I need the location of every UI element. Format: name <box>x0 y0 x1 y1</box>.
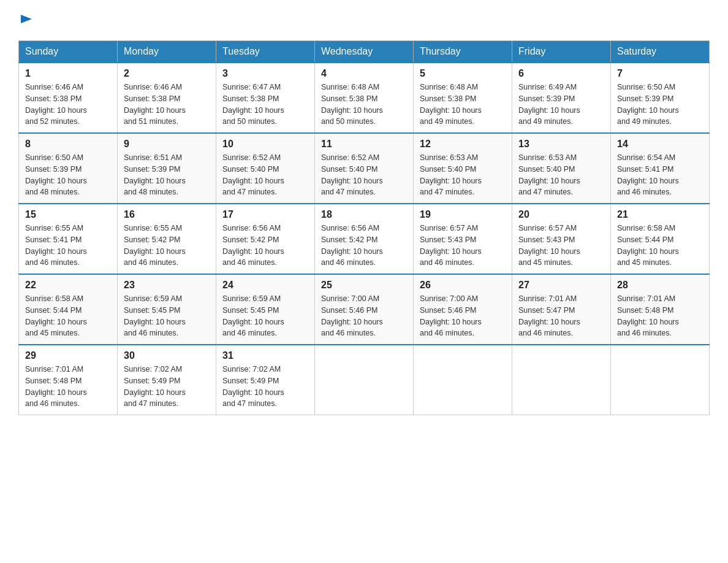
day-number: 16 <box>124 209 210 220</box>
day-number: 12 <box>420 139 506 150</box>
calendar-day-cell <box>512 345 611 415</box>
calendar-day-cell: 29 Sunrise: 7:01 AMSunset: 5:48 PMDaylig… <box>19 345 118 415</box>
calendar-day-cell: 14 Sunrise: 6:54 AMSunset: 5:41 PMDaylig… <box>611 133 710 204</box>
day-info: Sunrise: 6:47 AMSunset: 5:38 PMDaylight:… <box>222 82 308 128</box>
col-thursday: Thursday <box>414 41 512 63</box>
day-info: Sunrise: 6:56 AMSunset: 5:42 PMDaylight:… <box>222 223 308 269</box>
day-number: 5 <box>420 68 506 79</box>
day-number: 14 <box>617 139 703 150</box>
page-header <box>18 12 710 28</box>
day-number: 1 <box>25 68 111 79</box>
day-info: Sunrise: 6:52 AMSunset: 5:40 PMDaylight:… <box>222 152 308 198</box>
day-number: 11 <box>321 139 407 150</box>
col-wednesday: Wednesday <box>315 41 414 63</box>
logo <box>18 12 33 28</box>
calendar-week-row: 29 Sunrise: 7:01 AMSunset: 5:48 PMDaylig… <box>19 345 710 415</box>
day-info: Sunrise: 7:00 AMSunset: 5:46 PMDaylight:… <box>420 293 506 339</box>
calendar-day-cell <box>315 345 414 415</box>
col-sunday: Sunday <box>19 41 118 63</box>
day-number: 3 <box>222 68 308 79</box>
day-number: 25 <box>321 280 407 291</box>
day-info: Sunrise: 6:46 AMSunset: 5:38 PMDaylight:… <box>124 82 210 128</box>
calendar-day-cell: 16 Sunrise: 6:55 AMSunset: 5:42 PMDaylig… <box>118 204 216 274</box>
day-info: Sunrise: 6:48 AMSunset: 5:38 PMDaylight:… <box>420 82 506 128</box>
day-info: Sunrise: 6:57 AMSunset: 5:43 PMDaylight:… <box>518 223 604 269</box>
day-info: Sunrise: 6:50 AMSunset: 5:39 PMDaylight:… <box>25 152 111 198</box>
logo-triangle-icon <box>20 12 33 26</box>
day-info: Sunrise: 6:52 AMSunset: 5:40 PMDaylight:… <box>321 152 407 198</box>
calendar-day-cell <box>611 345 710 415</box>
day-info: Sunrise: 6:57 AMSunset: 5:43 PMDaylight:… <box>420 223 506 269</box>
day-info: Sunrise: 6:55 AMSunset: 5:42 PMDaylight:… <box>124 223 210 269</box>
col-monday: Monday <box>118 41 216 63</box>
calendar-day-cell: 26 Sunrise: 7:00 AMSunset: 5:46 PMDaylig… <box>414 274 512 345</box>
day-number: 4 <box>321 68 407 79</box>
day-info: Sunrise: 6:59 AMSunset: 5:45 PMDaylight:… <box>222 293 308 339</box>
calendar-day-cell: 22 Sunrise: 6:58 AMSunset: 5:44 PMDaylig… <box>19 274 118 345</box>
day-number: 17 <box>222 209 308 220</box>
calendar-day-cell: 5 Sunrise: 6:48 AMSunset: 5:38 PMDayligh… <box>414 63 512 133</box>
day-info: Sunrise: 7:00 AMSunset: 5:46 PMDaylight:… <box>321 293 407 339</box>
day-number: 21 <box>617 209 703 220</box>
day-number: 18 <box>321 209 407 220</box>
day-number: 15 <box>25 209 111 220</box>
calendar-day-cell: 12 Sunrise: 6:53 AMSunset: 5:40 PMDaylig… <box>414 133 512 204</box>
calendar-day-cell: 7 Sunrise: 6:50 AMSunset: 5:39 PMDayligh… <box>611 63 710 133</box>
day-info: Sunrise: 6:58 AMSunset: 5:44 PMDaylight:… <box>617 223 703 269</box>
calendar-day-cell: 27 Sunrise: 7:01 AMSunset: 5:47 PMDaylig… <box>512 274 611 345</box>
day-info: Sunrise: 6:51 AMSunset: 5:39 PMDaylight:… <box>124 152 210 198</box>
day-info: Sunrise: 7:02 AMSunset: 5:49 PMDaylight:… <box>124 364 210 410</box>
day-number: 9 <box>124 139 210 150</box>
day-info: Sunrise: 6:53 AMSunset: 5:40 PMDaylight:… <box>420 152 506 198</box>
calendar-day-cell: 24 Sunrise: 6:59 AMSunset: 5:45 PMDaylig… <box>216 274 315 345</box>
calendar-week-row: 22 Sunrise: 6:58 AMSunset: 5:44 PMDaylig… <box>19 274 710 345</box>
calendar-day-cell: 11 Sunrise: 6:52 AMSunset: 5:40 PMDaylig… <box>315 133 414 204</box>
day-info: Sunrise: 6:46 AMSunset: 5:38 PMDaylight:… <box>25 82 111 128</box>
col-friday: Friday <box>512 41 611 63</box>
day-info: Sunrise: 7:01 AMSunset: 5:48 PMDaylight:… <box>617 293 703 339</box>
calendar-day-cell: 6 Sunrise: 6:49 AMSunset: 5:39 PMDayligh… <box>512 63 611 133</box>
calendar-day-cell: 4 Sunrise: 6:48 AMSunset: 5:38 PMDayligh… <box>315 63 414 133</box>
day-number: 8 <box>25 139 111 150</box>
calendar-day-cell: 18 Sunrise: 6:56 AMSunset: 5:42 PMDaylig… <box>315 204 414 274</box>
calendar-day-cell: 17 Sunrise: 6:56 AMSunset: 5:42 PMDaylig… <box>216 204 315 274</box>
day-number: 2 <box>124 68 210 79</box>
day-info: Sunrise: 6:54 AMSunset: 5:41 PMDaylight:… <box>617 152 703 198</box>
calendar-day-cell: 21 Sunrise: 6:58 AMSunset: 5:44 PMDaylig… <box>611 204 710 274</box>
day-info: Sunrise: 6:55 AMSunset: 5:41 PMDaylight:… <box>25 223 111 269</box>
day-info: Sunrise: 7:01 AMSunset: 5:48 PMDaylight:… <box>25 364 111 410</box>
day-number: 7 <box>617 68 703 79</box>
svg-marker-0 <box>21 15 32 23</box>
day-number: 26 <box>420 280 506 291</box>
calendar-day-cell: 25 Sunrise: 7:00 AMSunset: 5:46 PMDaylig… <box>315 274 414 345</box>
day-number: 30 <box>124 350 210 361</box>
day-number: 22 <box>25 280 111 291</box>
day-number: 13 <box>518 139 604 150</box>
day-info: Sunrise: 6:48 AMSunset: 5:38 PMDaylight:… <box>321 82 407 128</box>
calendar-day-cell: 2 Sunrise: 6:46 AMSunset: 5:38 PMDayligh… <box>118 63 216 133</box>
calendar-day-cell: 8 Sunrise: 6:50 AMSunset: 5:39 PMDayligh… <box>19 133 118 204</box>
calendar-day-cell: 30 Sunrise: 7:02 AMSunset: 5:49 PMDaylig… <box>118 345 216 415</box>
day-info: Sunrise: 6:56 AMSunset: 5:42 PMDaylight:… <box>321 223 407 269</box>
calendar-day-cell: 9 Sunrise: 6:51 AMSunset: 5:39 PMDayligh… <box>118 133 216 204</box>
day-info: Sunrise: 7:01 AMSunset: 5:47 PMDaylight:… <box>518 293 604 339</box>
calendar-day-cell: 3 Sunrise: 6:47 AMSunset: 5:38 PMDayligh… <box>216 63 315 133</box>
calendar-day-cell: 23 Sunrise: 6:59 AMSunset: 5:45 PMDaylig… <box>118 274 216 345</box>
day-info: Sunrise: 7:02 AMSunset: 5:49 PMDaylight:… <box>222 364 308 410</box>
calendar-day-cell: 13 Sunrise: 6:53 AMSunset: 5:40 PMDaylig… <box>512 133 611 204</box>
day-info: Sunrise: 6:49 AMSunset: 5:39 PMDaylight:… <box>518 82 604 128</box>
calendar-day-cell: 28 Sunrise: 7:01 AMSunset: 5:48 PMDaylig… <box>611 274 710 345</box>
header-row: Sunday Monday Tuesday Wednesday Thursday… <box>19 41 710 63</box>
day-info: Sunrise: 6:50 AMSunset: 5:39 PMDaylight:… <box>617 82 703 128</box>
calendar-day-cell: 19 Sunrise: 6:57 AMSunset: 5:43 PMDaylig… <box>414 204 512 274</box>
calendar-week-row: 8 Sunrise: 6:50 AMSunset: 5:39 PMDayligh… <box>19 133 710 204</box>
calendar-day-cell: 15 Sunrise: 6:55 AMSunset: 5:41 PMDaylig… <box>19 204 118 274</box>
day-number: 19 <box>420 209 506 220</box>
calendar-week-row: 15 Sunrise: 6:55 AMSunset: 5:41 PMDaylig… <box>19 204 710 274</box>
calendar-table: Sunday Monday Tuesday Wednesday Thursday… <box>18 40 710 415</box>
col-saturday: Saturday <box>611 41 710 63</box>
calendar-day-cell: 20 Sunrise: 6:57 AMSunset: 5:43 PMDaylig… <box>512 204 611 274</box>
calendar-day-cell: 10 Sunrise: 6:52 AMSunset: 5:40 PMDaylig… <box>216 133 315 204</box>
col-tuesday: Tuesday <box>216 41 315 63</box>
day-number: 29 <box>25 350 111 361</box>
